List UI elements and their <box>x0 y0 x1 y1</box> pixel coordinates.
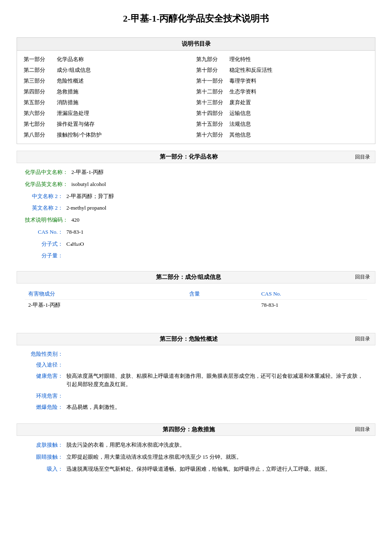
toc-part: 第二部分 <box>24 66 57 74</box>
field-row: 化学品中文名称：2-甲基-1-丙醇 <box>25 168 367 177</box>
toc-row: 第十四部分运输信息 <box>196 108 369 119</box>
table-row: 2-甲基-1-丙醇78-83-1 <box>25 299 367 311</box>
field-row: 分子量： <box>25 252 367 259</box>
field-label: 眼睛接触： <box>25 453 66 461</box>
field-label: 皮肤接触： <box>25 441 66 449</box>
toc-row: 第十部分稳定性和反应活性 <box>196 65 369 76</box>
section1-title: 第一部分：化学品名称 <box>22 153 355 161</box>
field-row: 吸入：迅速脱离现场至空气新鲜处。保持呼吸道通畅。如呼吸困难，给输氧。如呼吸停止，… <box>25 465 367 474</box>
toc-part: 第七部分 <box>24 120 57 128</box>
toc-row: 第八部分接触控制/个体防护 <box>24 130 196 140</box>
toc-label: 毒理学资料 <box>229 77 256 85</box>
toc-label: 泄漏应急处理 <box>57 110 89 117</box>
toc-label: 其他信息 <box>229 131 251 139</box>
field-value: 本品易燃，具刺激性。 <box>66 403 367 412</box>
field-label: 分子式： <box>25 240 66 248</box>
section1-header: 第一部分：化学品名称 回目录 <box>17 151 375 163</box>
toc-part: 第十六部分 <box>196 131 229 139</box>
toc-label: 操作处置与储存 <box>57 120 95 128</box>
toc-label: 法规信息 <box>229 120 251 128</box>
toc-row: 第十五部分法规信息 <box>196 119 369 130</box>
hazardous-components-table: 有害物成分含量CAS No.2-甲基-1-丙醇78-83-1 <box>25 289 367 311</box>
field-value: C₄H₁₀O <box>66 240 367 249</box>
toc-part: 第十四部分 <box>196 110 229 117</box>
toc-part: 第十三部分 <box>196 99 229 106</box>
field-row: 侵入途径： <box>25 361 367 369</box>
toc-label: 运输信息 <box>229 110 251 117</box>
toc-row: 第三部分危险性概述 <box>24 76 196 86</box>
field-row: 分子式：C₄H₁₀O <box>25 240 367 249</box>
field-value: 420 <box>71 216 367 225</box>
component-content <box>186 299 258 311</box>
toc-row: 第六部分泄漏应急处理 <box>24 108 196 119</box>
table-column-header: CAS No. <box>258 289 367 300</box>
section2-back-link[interactable]: 回目录 <box>355 274 370 281</box>
section4-body: 皮肤接触：脱去污染的衣着，用肥皂水和清水彻底冲洗皮肤。眼睛接触：立即提起眼睑，用… <box>17 439 375 481</box>
toc-row: 第九部分理化特性 <box>196 54 369 65</box>
toc-label: 接触控制/个体防护 <box>57 131 102 139</box>
field-label: 英文名称 2： <box>25 204 66 212</box>
section3-back-link[interactable]: 回目录 <box>355 335 370 342</box>
toc-header: 说明书目录 <box>17 38 375 51</box>
table-column-header: 有害物成分 <box>25 289 186 300</box>
toc-row: 第十三部分废弃处置 <box>196 97 369 108</box>
table-of-contents: 说明书目录 第一部分化学品名称第二部分成分/组成信息第三部分危险性概述第四部分急… <box>17 37 375 144</box>
field-row: 危险性类别： <box>25 350 367 358</box>
field-row: 眼睛接触：立即提起眼睑，用大量流动清水或生理盐水彻底冲洗至少 15 分钟。就医。 <box>25 453 367 462</box>
toc-label: 生态学资料 <box>229 88 256 95</box>
component-cas: 78-83-1 <box>258 299 367 311</box>
section4-back-link[interactable]: 回目录 <box>355 426 370 433</box>
field-value: 2-甲基-1-丙醇 <box>71 168 367 177</box>
toc-label: 稳定性和反应活性 <box>229 66 273 74</box>
field-label: 危险性类别： <box>25 350 66 358</box>
section2-body: 有害物成分含量CAS No.2-甲基-1-丙醇78-83-1 <box>17 287 375 312</box>
toc-part: 第三部分 <box>24 77 57 85</box>
field-label: 化学品英文名称： <box>25 181 71 188</box>
toc-part: 第十部分 <box>196 66 229 74</box>
section2-title: 第二部分：成分/组成信息 <box>22 274 355 281</box>
toc-part: 第十一部分 <box>196 77 229 85</box>
field-label: 化学品中文名称： <box>25 169 71 176</box>
field-label: CAS No.： <box>25 228 66 236</box>
field-value: 迅速脱离现场至空气新鲜处。保持呼吸道通畅。如呼吸困难，给输氧。如呼吸停止，立即进… <box>66 465 367 474</box>
field-row: 英文名称 2：2-methyl propanol <box>25 204 367 213</box>
component-name: 2-甲基-1-丙醇 <box>25 299 186 311</box>
toc-part: 第一部分 <box>24 56 57 63</box>
field-row: 健康危害：较高浓度蒸气对眼睛、皮肤、粘膜和上呼吸道有刺激作用。眼角膜表层形成空泡… <box>25 372 367 389</box>
field-value: 2-甲基丙醇；异丁醇 <box>66 192 367 201</box>
toc-part: 第九部分 <box>196 56 229 63</box>
field-value: isobutyl alcohol <box>71 180 367 189</box>
field-row: 技术说明书编码：420 <box>25 216 367 225</box>
toc-label: 危险性概述 <box>57 77 84 85</box>
toc-part: 第十二部分 <box>196 88 229 95</box>
section1-back-link[interactable]: 回目录 <box>355 154 370 161</box>
section3-title: 第三部分：危险性概述 <box>22 335 355 343</box>
field-value: 较高浓度蒸气对眼睛、皮肤、粘膜和上呼吸道有刺激作用。眼角膜表层形成空泡，还可引起… <box>66 372 367 389</box>
toc-row: 第二部分成分/组成信息 <box>24 65 196 76</box>
toc-part: 第四部分 <box>24 88 57 95</box>
toc-part: 第十五部分 <box>196 120 229 128</box>
field-label: 燃爆危险： <box>25 403 66 411</box>
section2-header: 第二部分：成分/组成信息 回目录 <box>17 271 375 284</box>
toc-label: 废弃处置 <box>229 99 251 106</box>
toc-label: 化学品名称 <box>57 56 84 63</box>
toc-part: 第五部分 <box>24 99 57 106</box>
toc-row: 第四部分急救措施 <box>24 86 196 97</box>
toc-row: 第十二部分生态学资料 <box>196 86 369 97</box>
toc-label: 成分/组成信息 <box>57 66 91 74</box>
toc-label: 消防措施 <box>57 99 78 106</box>
field-label: 环境危害： <box>25 392 66 400</box>
field-row: 中文名称 2：2-甲基丙醇；异丁醇 <box>25 192 367 201</box>
section4-title: 第四部分：急救措施 <box>22 426 355 433</box>
field-value: 立即提起眼睑，用大量流动清水或生理盐水彻底冲洗至少 15 分钟。就医。 <box>66 453 367 462</box>
toc-label: 急救措施 <box>57 88 78 95</box>
field-row: 环境危害： <box>25 392 367 400</box>
field-label: 技术说明书编码： <box>25 216 71 224</box>
table-column-header: 含量 <box>186 289 258 300</box>
page-title: 2-甲基-1-丙醇化学品安全技术说明书 <box>17 8 375 29</box>
field-label: 吸入： <box>25 465 66 473</box>
toc-grid: 第一部分化学品名称第二部分成分/组成信息第三部分危险性概述第四部分急救措施第五部… <box>17 51 375 144</box>
field-row: 燃爆危险：本品易燃，具刺激性。 <box>25 403 367 412</box>
toc-row: 第七部分操作处置与储存 <box>24 119 196 130</box>
section3-body: 危险性类别：侵入途径：健康危害：较高浓度蒸气对眼睛、皮肤、粘膜和上呼吸道有刺激作… <box>17 349 375 419</box>
